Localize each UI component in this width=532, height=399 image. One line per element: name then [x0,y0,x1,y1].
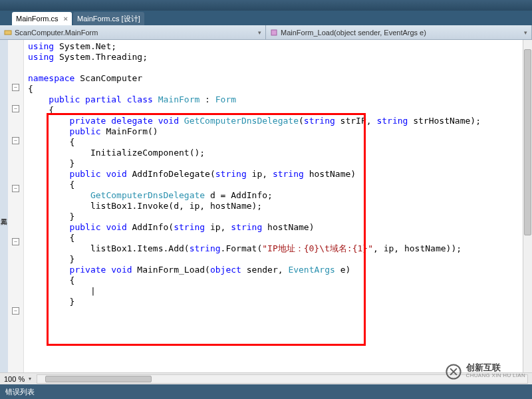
scrollbar-thumb[interactable] [524,49,531,235]
member-dropdown[interactable]: MainForm_Load(object sender, EventArgs e… [266,25,532,39]
vertical-scrollbar[interactable] [523,40,532,372]
watermark-text-en: CHUANG XIN HU LIAN [466,372,525,380]
tab-label: MainForm.cs [16,15,59,23]
tab-mainform-designer[interactable]: MainForm.cs [设计] [73,12,144,25]
close-icon[interactable]: × [64,15,68,23]
editor-area: 工具箱 − − − − − − using System.Net; using … [0,40,532,384]
method-icon [270,29,278,37]
watermark: 创新互联 CHUANG XIN HU LIAN [445,363,525,380]
fold-icon[interactable]: − [12,238,19,245]
chevron-down-icon: ▾ [258,29,261,36]
fold-icon[interactable]: − [12,185,19,192]
navigation-bar: ScanComputer.MainForm ▾ MainForm_Load(ob… [0,25,532,40]
fold-icon[interactable]: − [12,137,19,144]
scrollbar-thumb[interactable] [45,376,152,382]
document-tabbar: MainForm.cs × MainForm.cs [设计] [0,11,532,25]
fold-icon[interactable]: − [12,105,19,112]
class-icon [4,29,12,37]
class-dropdown[interactable]: ScanComputer.MainForm ▾ [0,25,266,39]
svg-rect-1 [271,30,277,35]
class-name: ScanComputer.MainForm [15,29,255,37]
watermark-text-cn: 创新互联 [466,364,525,372]
logo-icon [445,363,462,380]
fold-icon[interactable]: − [12,307,19,315]
tab-label: MainForm.cs [设计] [77,14,140,24]
fold-icon[interactable]: − [12,84,19,91]
code-editor[interactable]: using System.Net; using System.Threading… [24,40,532,384]
code-gutter[interactable]: − − − − − − [8,40,24,384]
status-bar[interactable]: 错误列表 [0,384,532,399]
zoom-level[interactable]: 100 % [4,375,25,383]
member-name: MainForm_Load(object sender, EventArgs e… [281,29,521,37]
chevron-down-icon: ▾ [524,29,527,36]
window-titlebar [0,0,532,11]
svg-rect-0 [5,31,11,35]
toolbox-sidebar[interactable]: 工具箱 [0,40,8,384]
tab-mainform-cs[interactable]: MainForm.cs × [12,12,72,25]
status-text: 错误列表 [5,387,35,397]
chevron-down-icon[interactable]: ▾ [29,376,31,382]
